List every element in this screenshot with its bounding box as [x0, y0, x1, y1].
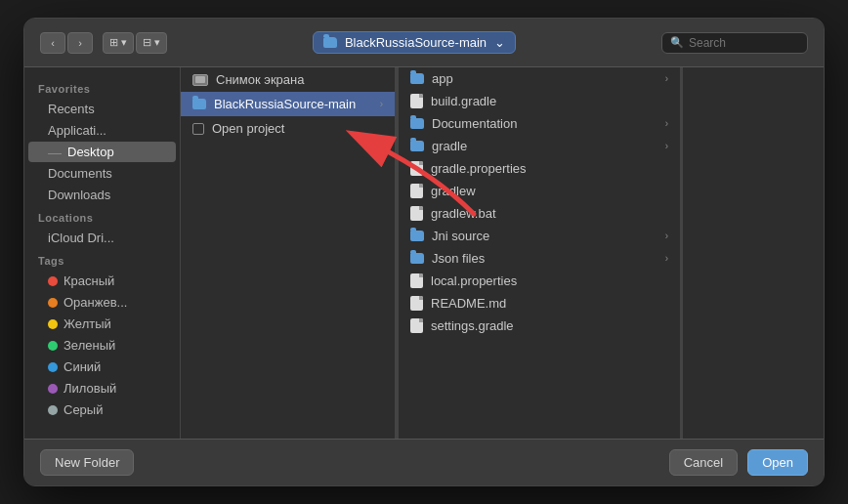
- file-row-gradlew-bat[interactable]: gradlew.bat: [399, 202, 680, 225]
- third-panel: [683, 67, 824, 439]
- readme-icon: [410, 296, 423, 311]
- file-row-documentation[interactable]: Documentation ›: [399, 112, 680, 135]
- dropdown-arrow2: ▾: [154, 36, 160, 49]
- sidebar-item-icloud[interactable]: iCloud Dri...: [28, 228, 176, 248]
- search-input[interactable]: [689, 36, 799, 50]
- current-folder-selector[interactable]: BlackRussiaSource-main ⌄: [313, 31, 516, 54]
- list-view-icon: ⊞: [109, 36, 118, 49]
- open-button[interactable]: Open: [747, 449, 808, 476]
- sidebar-item-desktop[interactable]: — Desktop: [28, 142, 176, 162]
- list-view-button[interactable]: ⊞ ▾: [103, 32, 134, 54]
- open-project-checkbox[interactable]: [192, 123, 204, 135]
- footer: New Folder Cancel Open: [24, 439, 824, 485]
- documentation-folder-icon: [410, 118, 424, 129]
- documents-label: Documents: [48, 166, 112, 181]
- open-project-label: Open project: [212, 121, 284, 136]
- main-area: Favorites Recents Applicati... — Desktop…: [24, 67, 824, 439]
- json-chevron: ›: [665, 253, 668, 264]
- file-row-gradle-properties[interactable]: gradle.properties: [399, 157, 680, 180]
- back-button[interactable]: ‹: [40, 32, 65, 54]
- settings-gradle-label: settings.gradle: [431, 318, 514, 333]
- gradle-chevron: ›: [665, 141, 668, 151]
- file-row-readme[interactable]: README.md: [399, 292, 680, 315]
- open-project-item[interactable]: Open project: [181, 116, 395, 141]
- file-row-gradle[interactable]: gradle ›: [399, 135, 680, 157]
- cancel-button[interactable]: Cancel: [669, 449, 738, 476]
- folder-icon: [323, 37, 337, 48]
- tag-red-dot: [48, 276, 58, 286]
- sidebar-item-downloads[interactable]: Downloads: [28, 185, 176, 205]
- favorites-section-title: Favorites: [24, 77, 180, 98]
- screenshot-icon: [192, 74, 208, 86]
- file-row-app[interactable]: app ›: [399, 67, 680, 90]
- downloads-label: Downloads: [48, 188, 110, 202]
- file-row-jni[interactable]: Jni source ›: [399, 225, 680, 247]
- tag-yellow-dot: [48, 319, 58, 329]
- sidebar-tag-purple[interactable]: Лиловый: [28, 378, 176, 399]
- new-folder-button[interactable]: New Folder: [40, 449, 134, 476]
- tag-yellow-label: Желтый: [64, 316, 111, 331]
- gradle-folder-icon: [410, 141, 424, 151]
- right-panel: app › build.gradle Documentation › gradl…: [399, 67, 680, 439]
- file-row-settings-gradle[interactable]: settings.gradle: [399, 315, 680, 337]
- search-box[interactable]: 🔍: [661, 32, 808, 54]
- icloud-label: iCloud Dri...: [48, 231, 114, 245]
- file-row-json[interactable]: Json files ›: [399, 247, 680, 270]
- app-label: app: [432, 71, 453, 86]
- gradle-properties-label: gradle.properties: [431, 161, 527, 176]
- current-folder-label: BlackRussiaSource-main: [345, 35, 487, 50]
- nav-buttons: ‹ ›: [40, 32, 93, 54]
- documentation-chevron: ›: [665, 118, 668, 129]
- desktop-label: Desktop: [67, 145, 114, 159]
- tag-gray-dot: [48, 405, 58, 415]
- file-row-build-gradle[interactable]: build.gradle: [399, 90, 680, 112]
- locations-section-title: Locations: [24, 206, 180, 227]
- json-label: Json files: [432, 251, 485, 266]
- blackrussia-folder-icon: [192, 99, 206, 109]
- applications-label: Applicati...: [48, 123, 106, 138]
- sidebar-tag-green[interactable]: Зеленый: [28, 335, 176, 356]
- tag-gray-label: Серый: [64, 402, 103, 417]
- file-row-gradlew[interactable]: gradlew: [399, 180, 680, 202]
- sidebar-tag-orange[interactable]: Оранжев...: [28, 292, 176, 313]
- sidebar-item-applications[interactable]: Applicati...: [28, 120, 176, 141]
- gradlew-bat-label: gradlew.bat: [431, 206, 496, 221]
- gradle-label: gradle: [432, 139, 467, 153]
- readme-label: README.md: [431, 296, 506, 311]
- forward-button[interactable]: ›: [67, 32, 93, 54]
- sidebar-tag-yellow[interactable]: Желтый: [28, 314, 176, 334]
- gradlew-bat-icon: [410, 206, 423, 221]
- sidebar: Favorites Recents Applicati... — Desktop…: [24, 67, 181, 439]
- build-gradle-icon: [410, 94, 423, 108]
- sidebar-tag-gray[interactable]: Серый: [28, 399, 176, 420]
- left-panel: Снимок экрана BlackRussiaSource-main › O…: [181, 67, 396, 439]
- grid-view-button[interactable]: ⊟ ▾: [136, 32, 167, 54]
- sidebar-tag-blue[interactable]: Синий: [28, 357, 176, 377]
- tag-blue-dot: [48, 362, 58, 372]
- blackrussia-item[interactable]: BlackRussiaSource-main ›: [181, 92, 395, 116]
- desktop-indicator: —: [48, 146, 62, 159]
- tag-purple-dot: [48, 384, 58, 394]
- tag-orange-dot: [48, 298, 58, 308]
- jni-label: Jni source: [432, 229, 489, 243]
- dropdown-arrow: ▾: [121, 36, 127, 49]
- tags-section-title: Tags: [24, 249, 180, 270]
- screenshot-item[interactable]: Снимок экрана: [181, 67, 395, 92]
- app-chevron: ›: [665, 73, 668, 84]
- build-gradle-label: build.gradle: [431, 94, 496, 108]
- breadcrumb-chevron: ⌄: [494, 35, 505, 50]
- footer-right-buttons: Cancel Open: [669, 449, 808, 476]
- sidebar-tag-red[interactable]: Красный: [28, 271, 176, 291]
- tag-orange-label: Оранжев...: [64, 295, 127, 310]
- sidebar-item-documents[interactable]: Documents: [28, 163, 176, 184]
- documentation-label: Documentation: [432, 116, 517, 131]
- tag-green-dot: [48, 341, 58, 351]
- jni-chevron: ›: [665, 231, 668, 241]
- view-buttons: ⊞ ▾ ⊟ ▾: [103, 32, 167, 54]
- blackrussia-chevron: ›: [380, 99, 383, 109]
- blackrussia-label: BlackRussiaSource-main: [214, 97, 356, 111]
- tag-blue-label: Синий: [64, 359, 101, 374]
- sidebar-item-recents[interactable]: Recents: [28, 99, 176, 119]
- app-folder-icon: [410, 73, 424, 84]
- file-row-local-properties[interactable]: local.properties: [399, 270, 680, 292]
